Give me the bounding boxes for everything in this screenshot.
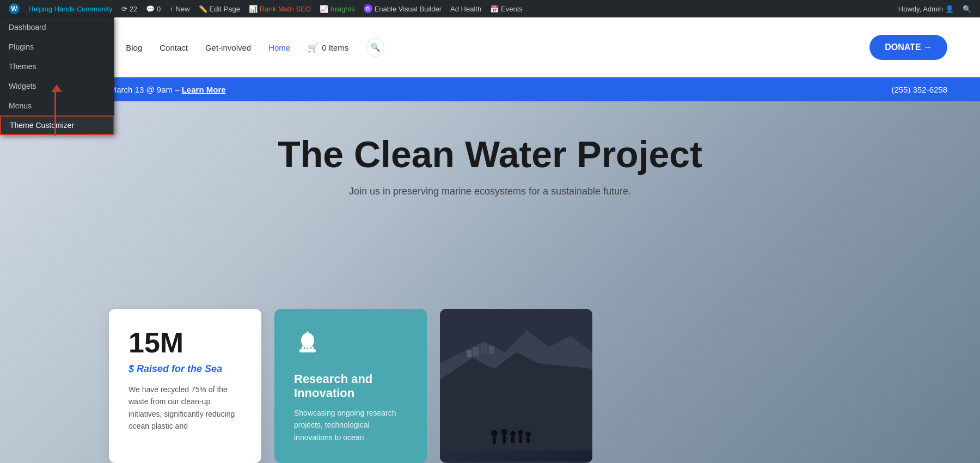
svg-rect-24 bbox=[526, 437, 530, 443]
dropdown-widgets[interactable]: Widgets bbox=[0, 76, 114, 96]
admin-bar: W Helping Hands Community ⟳ 22 💬 0 + New… bbox=[0, 0, 980, 17]
teal-card-description: Showcasing ongoing research projects, te… bbox=[294, 407, 407, 443]
svg-rect-12 bbox=[481, 344, 487, 354]
search-button[interactable]: 🔍 bbox=[366, 38, 384, 57]
svg-rect-3 bbox=[302, 346, 304, 351]
cards-row: 15M $ Raised for the Sea We have recycle… bbox=[0, 309, 980, 463]
site-header: D About Blog Contact Get-involved Home 🛒… bbox=[0, 17, 980, 77]
svg-rect-20 bbox=[511, 436, 514, 443]
divi-icon: D bbox=[364, 4, 372, 13]
website-content: D About Blog Contact Get-involved Home 🛒… bbox=[0, 17, 980, 463]
svg-marker-10 bbox=[440, 352, 592, 450]
stat-description: We have recycled 75% of the waste from o… bbox=[128, 383, 242, 432]
nav-blog[interactable]: Blog bbox=[126, 43, 142, 52]
svg-rect-4 bbox=[305, 345, 307, 351]
photo-card bbox=[440, 309, 592, 463]
svg-point-15 bbox=[491, 430, 498, 436]
comments-button[interactable]: 💬 0 bbox=[142, 0, 165, 17]
pencil-icon: ✏️ bbox=[199, 5, 207, 13]
wordpress-icon: W bbox=[9, 3, 20, 14]
hero-subtitle: Join us in preserving marine ecosystems … bbox=[349, 186, 631, 197]
rank-math-button[interactable]: 📊 Rank Math SEO bbox=[244, 0, 315, 17]
svg-rect-14 bbox=[489, 346, 494, 354]
donate-button[interactable]: DONATE → bbox=[869, 35, 947, 60]
nav-get-involved[interactable]: Get-involved bbox=[205, 43, 251, 52]
teal-card-title: Research and Innovation bbox=[294, 372, 407, 400]
appearance-dropdown: Dashboard Plugins Themes Widgets Menus T… bbox=[0, 17, 114, 135]
svg-point-17 bbox=[501, 429, 507, 435]
photo-placeholder bbox=[440, 309, 592, 461]
events-button[interactable]: 📅 Events bbox=[486, 0, 527, 17]
updates-button[interactable]: ⟳ 22 bbox=[117, 0, 142, 17]
dropdown-theme-customizer[interactable]: Theme Customizer bbox=[0, 115, 114, 135]
search-icon: 🔍 bbox=[963, 5, 971, 13]
search-admin-button[interactable]: 🔍 bbox=[958, 0, 976, 17]
stat-label: $ Raised for the Sea bbox=[128, 363, 242, 375]
dropdown-themes[interactable]: Themes bbox=[0, 57, 114, 76]
teal-card: Research and Innovation Showcasing ongoi… bbox=[274, 309, 427, 463]
enable-visual-builder-button[interactable]: D Enable Visual Builder bbox=[359, 0, 446, 17]
water-innovation-icon bbox=[294, 328, 407, 361]
dropdown-plugins[interactable]: Plugins bbox=[0, 37, 114, 57]
svg-point-21 bbox=[518, 430, 523, 435]
cart-icon: 🛒 bbox=[308, 42, 318, 53]
rank-math-icon: 📊 bbox=[249, 5, 258, 13]
bar-chart-icon: 📈 bbox=[320, 5, 328, 13]
comments-icon: 💬 bbox=[146, 5, 155, 13]
ad-health-button[interactable]: Ad Health bbox=[446, 0, 486, 17]
svg-point-19 bbox=[510, 431, 516, 436]
stat-card: 15M $ Raised for the Sea We have recycle… bbox=[109, 309, 261, 463]
howdy-admin-button[interactable]: Howdy, Admin 👤 bbox=[894, 0, 958, 17]
dropdown-menus[interactable]: Menus bbox=[0, 96, 114, 115]
updates-icon: ⟳ bbox=[121, 5, 127, 13]
dropdown-dashboard[interactable]: Dashboard bbox=[0, 17, 114, 37]
hero-section: The Clean Water Project Join us in prese… bbox=[0, 101, 980, 463]
svg-rect-13 bbox=[467, 350, 471, 357]
svg-rect-16 bbox=[493, 436, 496, 444]
stat-number: 15M bbox=[128, 328, 242, 357]
search-icon: 🔍 bbox=[371, 43, 380, 52]
blue-banner: Beach Cleanup Day: March 13 @ 9am – Lear… bbox=[0, 77, 980, 101]
svg-rect-6 bbox=[311, 346, 314, 351]
insights-button[interactable]: 📈 Insights bbox=[315, 0, 359, 17]
hero-title: The Clean Water Project bbox=[278, 134, 702, 175]
nav-cart[interactable]: 🛒 0 Items bbox=[308, 42, 348, 53]
nav-home[interactable]: Home bbox=[268, 43, 290, 52]
wp-logo-button[interactable]: W bbox=[4, 0, 24, 17]
svg-rect-22 bbox=[519, 435, 522, 443]
svg-rect-5 bbox=[308, 345, 310, 351]
site-nav: About Blog Contact Get-involved Home 🛒 0… bbox=[87, 38, 869, 57]
learn-more-link[interactable]: Learn More bbox=[182, 85, 226, 94]
site-name-link[interactable]: Helping Hands Community bbox=[24, 0, 117, 17]
edit-page-button[interactable]: ✏️ Edit Page bbox=[194, 0, 244, 17]
events-icon: 📅 bbox=[490, 5, 499, 13]
svg-point-23 bbox=[525, 431, 531, 437]
admin-avatar-icon: 👤 bbox=[945, 5, 954, 13]
new-content-button[interactable]: + New bbox=[165, 0, 194, 17]
svg-rect-11 bbox=[473, 347, 479, 356]
nav-contact[interactable]: Contact bbox=[160, 43, 188, 52]
banner-phone: (255) 352-6258 bbox=[891, 85, 947, 94]
svg-rect-18 bbox=[503, 435, 506, 444]
